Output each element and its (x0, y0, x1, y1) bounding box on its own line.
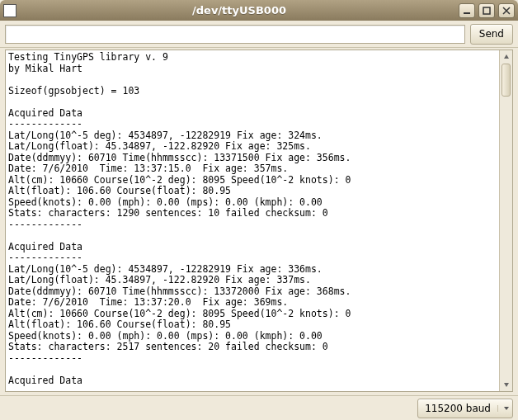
window-title: /dev/ttyUSB000 (23, 4, 455, 17)
baud-rate-dropdown[interactable]: 115200 baud (417, 399, 513, 418)
scrollbar-track[interactable] (500, 64, 512, 378)
vertical-scrollbar[interactable] (499, 50, 512, 391)
titlebar: /dev/ttyUSB000 (0, 0, 518, 21)
console-area: Testing TinyGPS library v. 9 by Mikal Ha… (0, 48, 518, 395)
close-button[interactable] (498, 3, 515, 18)
scrollbar-thumb[interactable] (502, 64, 511, 97)
toolbar: Send (0, 21, 518, 48)
scroll-down-arrow[interactable] (500, 378, 512, 391)
app-icon (3, 4, 16, 17)
send-button[interactable]: Send (470, 24, 513, 45)
statusbar: 115200 baud (0, 395, 518, 420)
maximize-button[interactable] (478, 3, 495, 18)
serial-output[interactable]: Testing TinyGPS library v. 9 by Mikal Ha… (6, 50, 499, 391)
scroll-up-arrow[interactable] (500, 50, 512, 64)
send-input[interactable] (5, 25, 465, 44)
baud-rate-value: 115200 baud (425, 403, 491, 414)
minimize-button[interactable] (459, 3, 475, 18)
svg-rect-1 (483, 7, 490, 14)
svg-rect-0 (464, 12, 470, 14)
chevron-down-icon (497, 405, 510, 412)
